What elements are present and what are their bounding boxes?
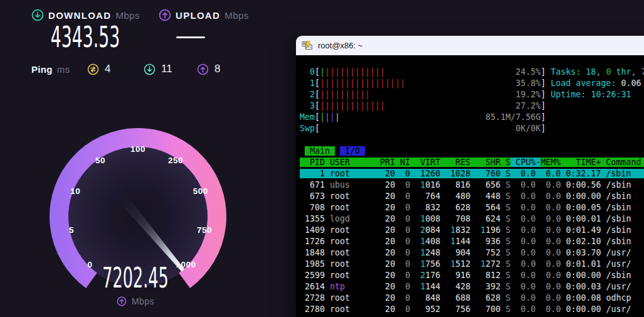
gauge-tick: 750 xyxy=(197,225,212,235)
tab-main[interactable]: Main xyxy=(305,146,335,156)
download-value: 4343.53 xyxy=(49,20,122,54)
ping-download-icon xyxy=(144,63,156,75)
htop-process-row[interactable]: 1355 logd 20 0 1008 708 624 S 0.0 0.0 0:… xyxy=(300,213,644,225)
download-unit: Mbps xyxy=(115,10,140,21)
upload-label: UPLOAD xyxy=(176,10,220,21)
htop-process-row[interactable]: 2599 root 20 0 2176 916 812 S 0.0 0.0 0:… xyxy=(300,270,644,281)
htop-process-row[interactable]: 1848 root 20 0 1248 904 752 S 0.0 0.0 0:… xyxy=(300,247,644,259)
ping-unit: ms xyxy=(57,64,70,75)
htop-header-row[interactable]: PID USER PRI NI VIRT RES SHR S CPU%-MEM%… xyxy=(300,157,644,168)
htop-meter-line: 2[|||||||||| 19.2%] Uptime: 10:26:31 xyxy=(300,89,644,100)
htop-process-row-selected[interactable]: 1 root 20 0 1260 1028 760 S 0.0 0.0 0:32… xyxy=(300,168,644,180)
gauge-tick: 100 xyxy=(130,144,145,154)
gauge-tick: 500 xyxy=(193,186,208,196)
putty-icon xyxy=(302,41,313,50)
upload-value-dash xyxy=(176,36,205,38)
terminal-line xyxy=(300,55,644,67)
ping-upload-stat: 8 xyxy=(197,62,220,76)
app-background: DOWNLOAD Mbps 4343.53 UPLOAD Mbps Ping m… xyxy=(0,0,644,317)
ping-idle-value: 4 xyxy=(105,63,110,75)
gauge-tick: 50 xyxy=(95,156,105,165)
htop-meter-line: Swp[ 0K/0K] xyxy=(300,123,644,134)
htop-process-row[interactable]: 1409 root 20 0 2084 1832 1196 S 0.0 0.0 … xyxy=(300,225,644,236)
htop-process-row[interactable]: 708 root 20 0 832 628 564 S 0.0 0.0 0:00… xyxy=(300,202,644,213)
terminal-screen[interactable]: 0[||||||||||||| 24.5%] Tasks: 18, 0 thr,… xyxy=(296,55,644,317)
ping-stat: Ping ms xyxy=(31,62,70,76)
htop-output: 0[||||||||||||| 24.5%] Tasks: 18, 0 thr,… xyxy=(296,55,644,315)
gauge-unit-label: Mbps xyxy=(132,296,154,306)
upload-unit: Mbps xyxy=(224,10,249,21)
htop-meter-line: Mem[|||| 85.1M/7.56G] xyxy=(300,112,644,123)
ping-upload-value: 8 xyxy=(214,63,220,75)
download-icon xyxy=(31,9,44,21)
gauge-tick: 250 xyxy=(168,156,183,165)
htop-process-row[interactable]: 2780 root 20 0 952 756 700 S 0.0 0.0 0:0… xyxy=(300,304,644,315)
htop-tabs-row: Main I/O xyxy=(300,146,644,157)
ping-download-value: 11 xyxy=(161,63,172,75)
gauge-tick: 10 xyxy=(70,186,80,196)
gauge-tick: 5 xyxy=(69,225,74,235)
htop-process-row[interactable]: 671 ubus 20 0 1016 816 656 S 0.0 0.0 0:0… xyxy=(300,180,644,191)
htop-meter-line: 0[||||||||||||| 24.5%] Tasks: 18, 0 thr,… xyxy=(300,67,644,78)
tab-io[interactable]: I/O xyxy=(340,146,365,156)
ping-idle-icon xyxy=(87,63,99,75)
terminal-title: root@x86: ~ xyxy=(318,41,362,50)
htop-meter-line: 3[||||||||||||| 27.2%] xyxy=(300,100,644,112)
upload-stat: UPLOAD Mbps xyxy=(159,8,249,22)
gauge-upload-icon xyxy=(117,296,127,306)
terminal-titlebar[interactable]: root@x86: ~ xyxy=(296,36,644,55)
htop-meter-line: 1[||||||||||||||||| 35.8%] Load average:… xyxy=(300,78,644,89)
ping-idle-stat: 4 xyxy=(87,62,110,76)
terminal-line xyxy=(300,134,644,146)
ping-label: Ping xyxy=(31,64,53,75)
download-label: DOWNLOAD xyxy=(48,10,111,21)
upload-icon xyxy=(159,9,171,21)
htop-process-row[interactable]: 2728 root 20 0 848 688 628 S 0.0 0.0 0:0… xyxy=(300,293,644,304)
htop-process-row[interactable]: 1985 root 20 0 1756 1512 1272 S 0.0 0.0 … xyxy=(300,259,644,270)
gauge-unit-row: Mbps xyxy=(73,296,198,306)
ping-download-stat: 11 xyxy=(144,62,172,76)
htop-process-row[interactable]: 673 root 20 0 764 480 448 S 0.0 0.0 0:00… xyxy=(300,191,644,202)
terminal-window: root@x86: ~ 0[||||||||||||| 24.5%] Tasks… xyxy=(296,36,644,317)
ping-upload-icon xyxy=(197,63,209,75)
gauge-value: 7202.45 xyxy=(81,262,190,294)
htop-process-row[interactable]: 1726 root 20 0 1408 1144 936 S 0.0 0.0 0… xyxy=(300,236,644,247)
htop-process-row[interactable]: 2614 ntp 20 0 1144 428 392 S 0.0 0.0 0:0… xyxy=(300,281,644,293)
